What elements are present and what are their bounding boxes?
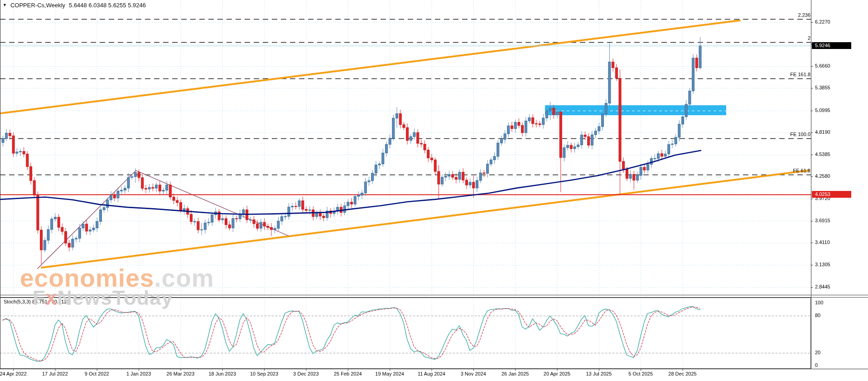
fib-level-label: FE 100.0 (790, 132, 810, 137)
fib-level-label: 2.236 (798, 12, 810, 18)
watermark-f: F (33, 286, 46, 309)
time-axis-label: 10 Sep 2023 (241, 371, 287, 376)
time-axis-label: 19 May 2024 (367, 371, 412, 376)
stoch-scale-label: 20 (815, 350, 820, 355)
price-axis-label: 4.8190 (815, 129, 830, 135)
price-axis-label: 3.1305 (815, 262, 830, 267)
time-axis-label: 9 Oct 2022 (74, 371, 120, 376)
price-axis-label: 2.8445 (815, 284, 830, 289)
time-axis-label: 3 Nov 2024 (451, 371, 496, 376)
stoch-scale-label: 80 (815, 313, 820, 318)
time-axis-label: 18 Jun 2023 (200, 371, 245, 376)
ohlc-readout: 5.6448 6.0348 5.6255 5.9246 (69, 2, 146, 9)
time-axis-label: 28 Dec 2025 (660, 371, 705, 376)
time-axis-label: 26 Jan 2025 (492, 371, 538, 376)
fib-level-label: FE 61.8 (793, 168, 810, 173)
price-axis-label: 3.4110 (815, 239, 830, 245)
time-axis-label: 20 Apr 2025 (535, 371, 580, 376)
alert-price-tag: 4.0253 (812, 191, 851, 198)
chart-canvas[interactable] (0, 0, 868, 381)
watermark-fxnewstoday: FxNewsToday (33, 288, 173, 308)
stoch-scale-label: 0 (815, 362, 818, 368)
price-axis-label: 5.3855 (815, 85, 830, 90)
current-price-tag: 5.9246 (812, 42, 851, 49)
price-axis-label: 6.2270 (815, 19, 830, 24)
stoch-scale-label: 100 (815, 300, 823, 305)
time-axis-label: 3 Dec 2023 (283, 371, 328, 376)
time-axis-label: 13 Jul 2025 (576, 371, 622, 376)
price-axis-label: 5.6660 (815, 63, 830, 68)
price-axis-label: 4.5385 (815, 151, 830, 157)
symbol-dropdown-icon[interactable]: ▼ (3, 3, 7, 7)
trading-chart-window: ▼ COPPER-Cs,Weekly 5.6448 6.0348 5.6255 … (0, 0, 868, 381)
time-axis-label: 24 Apr 2022 (0, 371, 36, 376)
fib-level-label: 2 (808, 35, 810, 41)
price-axis-label: 3.6915 (815, 218, 830, 223)
time-axis-label: 26 Mar 2023 (158, 371, 203, 376)
price-axis-label: 4.2580 (815, 173, 830, 179)
time-axis-label: 17 Jul 2022 (32, 371, 77, 376)
time-axis-label: 11 Aug 2024 (409, 371, 454, 376)
fib-level-label: FE 161.8 (790, 72, 810, 77)
chart-title-bar: ▼ COPPER-Cs,Weekly 5.6448 6.0348 5.6255 … (3, 1, 146, 9)
time-axis-label: 5 Oct 2025 (618, 371, 663, 376)
watermark-newstoday: NewsToday (58, 286, 174, 309)
time-axis-label: 25 Feb 2024 (325, 371, 371, 376)
watermark-x: x (46, 286, 58, 309)
symbol-timeframe-label: COPPER-Cs,Weekly (10, 2, 65, 9)
time-axis-label: 1 Jan 2023 (116, 371, 161, 376)
price-axis-label: 5.0995 (815, 107, 830, 113)
